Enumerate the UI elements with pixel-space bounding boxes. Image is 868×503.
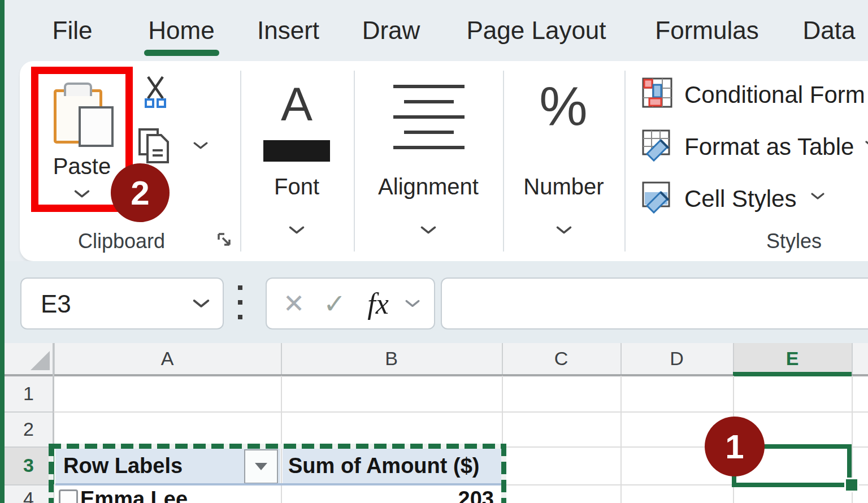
annotation-step-1-badge: 1 <box>705 417 765 476</box>
header-separator <box>852 343 853 374</box>
copy-button[interactable] <box>137 127 171 165</box>
formula-input[interactable] <box>441 277 868 329</box>
cancel-x-icon: ✕ <box>283 288 305 319</box>
pivot-row-label-emma-lee[interactable]: Emma Lee <box>80 487 188 503</box>
header-separator <box>733 343 734 374</box>
cell-styles-label: Cell Styles <box>684 185 796 213</box>
clipboard-group: Paste 2 Clipboard <box>20 61 240 261</box>
pivot-row-expand-box[interactable] <box>59 489 78 503</box>
row-header-separator <box>5 446 54 448</box>
pivot-filter-dropdown-button[interactable] <box>244 449 278 484</box>
tab-label: Insert <box>257 16 319 45</box>
column-header-b[interactable]: B <box>281 343 502 374</box>
pivot-header-underline <box>55 483 501 485</box>
conditional-formatting-icon <box>641 77 673 109</box>
tab-label: Home <box>148 16 214 45</box>
tab-label: File <box>53 16 93 45</box>
window-left-accent-strip <box>0 0 5 503</box>
copy-range-marching-ants-top <box>49 444 506 449</box>
row-header-separator <box>5 411 54 413</box>
fx-icon: fx <box>367 287 389 320</box>
alignment-group-label: Alignment <box>354 173 503 200</box>
row-header-2[interactable]: 2 <box>5 411 53 446</box>
tab-label: Draw <box>362 16 420 45</box>
annotation-step-2-badge: 2 <box>111 163 170 222</box>
copy-dropdown-chevron-icon[interactable] <box>189 138 212 153</box>
column-header-c[interactable]: C <box>502 343 620 374</box>
active-tab-underline <box>144 50 219 56</box>
insert-function-button[interactable]: fx <box>356 283 400 324</box>
select-all-triangle-icon <box>31 351 50 370</box>
selected-column-indicator <box>733 372 852 376</box>
formula-controls-box: ✕ ✓ fx <box>266 277 435 329</box>
row-header-1[interactable]: 1 <box>5 376 53 411</box>
tab-formulas[interactable]: Formulas <box>650 2 764 59</box>
column-header-a[interactable]: A <box>54 343 281 374</box>
cell-styles-chevron-icon <box>809 189 827 203</box>
enter-check-icon: ✓ <box>323 288 346 319</box>
copy-range-marching-ants-left <box>49 444 54 503</box>
font-group-chevron-icon <box>283 223 310 237</box>
conditional-formatting-button[interactable]: Conditional Form <box>641 76 868 110</box>
font-a-icon: A <box>263 70 331 138</box>
row-header-3-selected[interactable]: 3 <box>5 446 53 484</box>
clipboard-group-label: Clipboard <box>59 229 184 253</box>
header-separator <box>281 343 282 374</box>
format-as-table-icon <box>641 129 674 162</box>
number-group-label: Number <box>503 173 624 200</box>
fx-chevron-icon[interactable] <box>401 296 424 311</box>
cell-styles-icon <box>641 181 674 214</box>
gridline <box>54 411 868 413</box>
tab-page-layout[interactable]: Page Layout <box>461 2 611 59</box>
tab-draw[interactable]: Draw <box>355 2 427 59</box>
enter-button[interactable]: ✓ <box>316 285 353 322</box>
percent-icon: % <box>527 67 600 146</box>
tab-label: Page Layout <box>466 16 606 45</box>
column-header-e-selected[interactable]: E <box>733 343 852 374</box>
styles-group-label: Styles <box>743 229 845 253</box>
row-header-4[interactable]: 4 <box>5 484 53 503</box>
tab-data[interactable]: Data <box>798 2 860 59</box>
cell-styles-button[interactable]: Cell Styles <box>641 180 868 214</box>
copy-range-marching-ants-right <box>501 444 506 503</box>
header-separator <box>502 343 503 374</box>
tab-label: Formulas <box>655 16 758 45</box>
alignment-group[interactable]: Alignment <box>354 61 503 261</box>
name-box[interactable]: E3 <box>20 277 224 329</box>
font-group-label: Font <box>240 173 353 200</box>
tab-label: Data <box>803 16 856 45</box>
select-all-corner[interactable] <box>5 343 54 374</box>
copy-icon <box>138 128 171 164</box>
selection-fill-handle[interactable] <box>844 478 859 492</box>
styles-group: Conditional Form Format as Table Cel <box>624 61 868 261</box>
font-color-bar-icon <box>263 140 330 162</box>
pivot-row-labels-text: Row Labels <box>63 454 183 478</box>
clipboard-dialog-launcher-icon[interactable] <box>215 231 233 249</box>
name-box-value: E3 <box>41 290 71 318</box>
number-group-chevron-icon <box>550 223 578 237</box>
cancel-button[interactable]: ✕ <box>276 285 312 322</box>
format-as-table-button[interactable]: Format as Table <box>641 128 868 162</box>
number-group[interactable]: % Number <box>503 61 624 261</box>
annotation-step-1-number: 1 <box>725 427 744 466</box>
font-group[interactable]: A Font <box>240 61 353 261</box>
pivot-cell-sum-of-amount[interactable]: Sum of Amount ($) <box>283 448 501 483</box>
alignment-group-chevron-icon <box>415 223 442 237</box>
header-separator <box>620 343 622 374</box>
tab-file[interactable]: File <box>48 2 97 59</box>
alignment-lines-icon <box>393 85 465 150</box>
row-header-separator <box>5 484 54 485</box>
format-as-table-chevron-icon <box>863 137 868 151</box>
cut-button[interactable] <box>142 75 169 110</box>
scissors-icon <box>145 76 166 109</box>
pivot-row-value[interactable]: 203 <box>355 487 494 503</box>
ribbon-tab-bar: File Home Insert Draw Page Layout Formul… <box>5 0 868 61</box>
tab-insert[interactable]: Insert <box>249 2 328 59</box>
conditional-formatting-label: Conditional Form <box>684 81 865 109</box>
format-as-table-label: Format as Table <box>684 133 854 161</box>
sheet-grid: A B C D E 1 2 3 4 Row Labels Sum of Amou… <box>5 343 868 503</box>
column-header-d[interactable]: D <box>620 343 733 374</box>
annotation-step-2-number: 2 <box>131 174 149 213</box>
formula-bar-drag-handle-icon[interactable] <box>237 285 243 319</box>
name-box-chevron-icon[interactable] <box>189 296 214 311</box>
